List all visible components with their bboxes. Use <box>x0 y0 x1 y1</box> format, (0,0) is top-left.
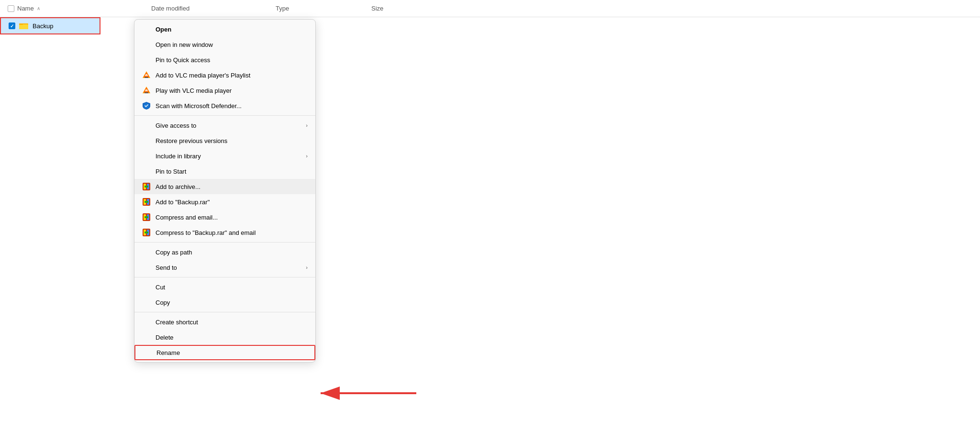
menu-label-cut: Cut <box>156 284 308 291</box>
menu-item-vlc-playlist[interactable]: Add to VLC media player's Playlist <box>134 67 315 83</box>
menu-item-add-archive[interactable]: Add to archive... <box>134 179 315 194</box>
folder-icon <box>19 22 29 30</box>
svg-rect-22 <box>145 201 148 203</box>
svg-rect-7 <box>145 75 148 76</box>
menu-item-compress-email[interactable]: Compress and email... <box>134 210 315 225</box>
header-size-label: Size <box>371 5 383 12</box>
header-date-col: Date modified <box>151 5 276 12</box>
vlc-icon <box>142 86 151 95</box>
file-checkbox[interactable] <box>9 22 15 29</box>
file-name: Backup <box>33 22 53 30</box>
menu-separator <box>134 312 315 312</box>
menu-label-defender: Scan with Microsoft Defender... <box>156 102 308 110</box>
menu-item-create-shortcut[interactable]: Create shortcut <box>134 314 315 330</box>
file-row-backup[interactable]: Backup <box>0 17 100 34</box>
header-checkbox[interactable] <box>8 5 14 12</box>
menu-item-defender[interactable]: Scan with Microsoft Defender... <box>134 98 315 113</box>
menu-item-open-new-window[interactable]: Open in new window <box>134 37 315 52</box>
menu-item-pin-start[interactable]: Pin to Start <box>134 164 315 179</box>
menu-label-add-backup-rar: Add to "Backup.rar" <box>156 199 308 206</box>
menu-label-send-to: Send to <box>156 264 301 271</box>
svg-rect-13 <box>145 90 148 91</box>
header-name-col: Name ∧ <box>8 5 151 12</box>
header-name-label: Name <box>17 5 34 12</box>
menu-item-open[interactable]: Open <box>134 22 315 37</box>
defender-icon <box>142 101 151 110</box>
sort-icon: ∧ <box>37 6 40 11</box>
submenu-arrow-icon: › <box>306 265 308 270</box>
svg-rect-14 <box>145 89 147 90</box>
menu-label-restore-versions: Restore previous versions <box>156 137 308 144</box>
menu-label-rename: Rename <box>156 349 307 356</box>
menu-item-send-to[interactable]: Send to› <box>134 260 315 275</box>
winrar-icon <box>142 182 151 191</box>
header-size-col: Size <box>371 5 448 12</box>
menu-item-vlc-play[interactable]: Play with VLC media player <box>134 83 315 98</box>
menu-item-compress-backup-email[interactable]: Compress to "Backup.rar" and email <box>134 225 315 240</box>
header-type-col: Type <box>276 5 371 12</box>
vlc-icon <box>142 71 151 79</box>
menu-label-create-shortcut: Create shortcut <box>156 319 308 326</box>
menu-label-include-library: Include in library <box>156 153 301 160</box>
menu-label-give-access: Give access to <box>156 122 301 129</box>
winrar-icon <box>142 228 151 237</box>
svg-rect-18 <box>145 186 148 188</box>
menu-label-copy: Copy <box>156 299 308 306</box>
menu-label-compress-email: Compress and email... <box>156 214 308 221</box>
menu-label-compress-backup-email: Compress to "Backup.rar" and email <box>156 229 308 236</box>
menu-separator <box>134 277 315 277</box>
menu-label-copy-path: Copy as path <box>156 249 308 256</box>
menu-item-delete[interactable]: Delete <box>134 330 315 345</box>
submenu-arrow-icon: › <box>306 122 308 128</box>
svg-rect-26 <box>145 216 148 218</box>
svg-rect-1 <box>19 24 28 29</box>
file-row-inner: Backup <box>9 22 53 30</box>
menu-label-add-archive: Add to archive... <box>156 183 308 190</box>
menu-item-rename[interactable]: Rename <box>134 345 315 360</box>
menu-item-restore-versions[interactable]: Restore previous versions <box>134 133 315 148</box>
menu-item-copy[interactable]: Copy <box>134 295 315 310</box>
menu-item-cut[interactable]: Cut <box>134 279 315 295</box>
context-menu: OpenOpen in new windowPin to Quick acces… <box>134 19 316 363</box>
svg-rect-8 <box>145 74 147 75</box>
menu-item-include-library[interactable]: Include in library› <box>134 148 315 164</box>
svg-rect-30 <box>145 232 148 233</box>
menu-separator <box>134 242 315 243</box>
menu-item-add-backup-rar[interactable]: Add to "Backup.rar" <box>134 194 315 210</box>
header-type-label: Type <box>276 5 289 12</box>
menu-label-delete: Delete <box>156 334 308 341</box>
menu-item-copy-path[interactable]: Copy as path <box>134 244 315 260</box>
menu-label-vlc-playlist: Add to VLC media player's Playlist <box>156 72 308 79</box>
menu-separator <box>134 115 315 116</box>
menu-label-open-new-window: Open in new window <box>156 41 308 48</box>
svg-rect-2 <box>19 23 23 25</box>
menu-label-pin-start: Pin to Start <box>156 168 308 175</box>
menu-item-pin-quick[interactable]: Pin to Quick access <box>134 52 315 67</box>
red-arrow-annotation <box>316 379 421 408</box>
submenu-arrow-icon: › <box>306 153 308 159</box>
menu-item-give-access[interactable]: Give access to› <box>134 118 315 133</box>
menu-label-open: Open <box>156 26 308 33</box>
explorer-header: Name ∧ Date modified Type Size <box>0 0 980 17</box>
menu-label-vlc-play: Play with VLC media player <box>156 87 308 94</box>
winrar-icon <box>142 213 151 221</box>
menu-label-pin-quick: Pin to Quick access <box>156 56 308 64</box>
header-date-label: Date modified <box>151 5 189 12</box>
winrar-icon <box>142 198 151 206</box>
